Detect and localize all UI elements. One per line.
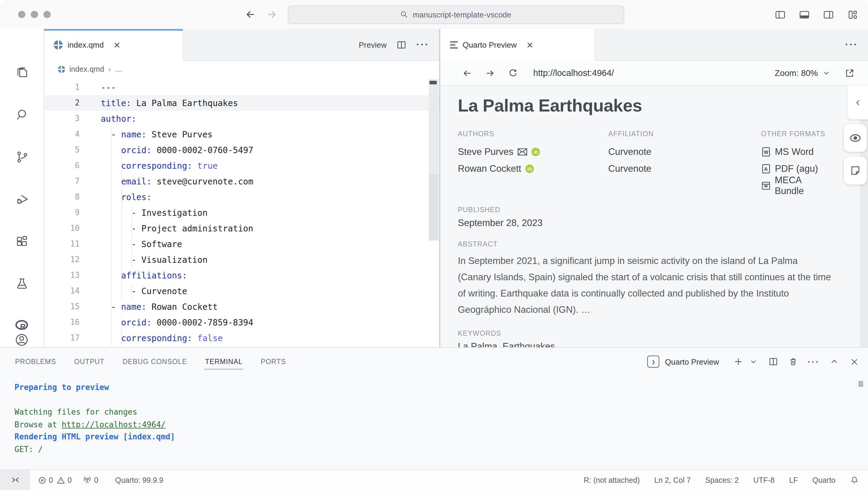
- orcid-icon[interactable]: iD: [525, 165, 534, 173]
- testing-icon[interactable]: [14, 276, 29, 291]
- code-line[interactable]: 7 email: steve@curvenote.com: [44, 173, 439, 189]
- close-tab-icon[interactable]: ✕: [114, 41, 120, 49]
- code-line[interactable]: 16 orcid: 0000-0002-7859-8394: [44, 315, 439, 330]
- code-line[interactable]: 3author:: [44, 111, 439, 127]
- window-controls[interactable]: [18, 11, 51, 18]
- extensions-icon[interactable]: [14, 234, 29, 248]
- status-item[interactable]: Quarto: [812, 476, 835, 484]
- terminal-scrollbar-thumb[interactable]: [858, 381, 863, 387]
- code-line[interactable]: 1---: [44, 79, 439, 95]
- activity-bar: R: [0, 29, 44, 347]
- zoom-label: Zoom: 80%: [775, 68, 818, 78]
- close-tab-icon[interactable]: ✕: [526, 41, 533, 49]
- editor-more-actions-icon[interactable]: ···: [416, 39, 430, 50]
- terminal-link[interactable]: http://localhost:4964/: [62, 420, 165, 429]
- line-number: 13: [44, 268, 80, 283]
- code-line[interactable]: 15 - name: Rowan Cockett: [44, 299, 439, 315]
- active-tab-indicator: [44, 29, 183, 31]
- minimize-window-button[interactable]: [31, 11, 38, 18]
- r-language-icon[interactable]: R: [14, 318, 29, 333]
- status-item[interactable]: R: (not attached): [584, 476, 640, 484]
- history-back-button[interactable]: [244, 8, 256, 21]
- account-icon[interactable]: [14, 333, 29, 347]
- code-line[interactable]: 6 corresponding: true: [44, 158, 439, 173]
- status-warning[interactable]: 0: [57, 476, 72, 484]
- code-line[interactable]: 17 corresponding: false: [44, 330, 439, 346]
- eye-icon: [849, 131, 862, 145]
- code-line[interactable]: 12 - Visualization: [44, 252, 439, 268]
- format-link[interactable]: WMS Word: [761, 143, 832, 160]
- terminal-dropdown-icon[interactable]: [748, 356, 759, 367]
- code-editor[interactable]: 1---2title: La Palma Earthquakes3author:…: [44, 78, 439, 347]
- code-line[interactable]: 5 orcid: 0000-0002-0760-5497: [44, 142, 439, 158]
- tab-index-qmd[interactable]: index.qmd ✕: [44, 29, 183, 61]
- collapse-sidebar-button[interactable]: [847, 86, 868, 119]
- code-line[interactable]: 14 - Curvenote: [44, 283, 439, 299]
- code-line[interactable]: 4 - name: Steve Purves: [44, 127, 439, 142]
- tab-quarto-preview[interactable]: Quarto Preview ✕: [440, 29, 595, 61]
- code-line[interactable]: 8 roles:: [44, 189, 439, 205]
- toggle-primary-sidebar-icon[interactable]: [775, 9, 786, 20]
- panel-tab-output[interactable]: OUTPUT: [73, 354, 105, 369]
- editor-scrollbar[interactable]: [429, 78, 439, 347]
- code-line[interactable]: 9 - Investigation: [44, 205, 439, 221]
- panel-more-actions-icon[interactable]: ···: [808, 357, 820, 366]
- code-line[interactable]: 10 - Project administration: [44, 221, 439, 236]
- panel-tab-terminal[interactable]: TERMINAL: [205, 354, 243, 369]
- toggle-secondary-sidebar-icon[interactable]: [823, 9, 834, 20]
- status-item[interactable]: Ln 2, Col 7: [654, 476, 691, 484]
- code-line[interactable]: 2title: La Palma Earthquakes: [44, 95, 439, 111]
- search-sidebar-icon[interactable]: [14, 107, 29, 122]
- preview-more-actions-icon[interactable]: ···: [845, 39, 858, 50]
- breadcrumb-more[interactable]: …: [115, 65, 122, 73]
- command-center-search[interactable]: manuscript-template-vscode: [287, 5, 624, 24]
- maximize-window-button[interactable]: [43, 11, 51, 18]
- orcid-icon[interactable]: iD: [531, 148, 540, 156]
- code-line[interactable]: 13 affiliations:: [44, 268, 439, 283]
- close-window-button[interactable]: [18, 11, 25, 18]
- split-terminal-icon[interactable]: [768, 356, 779, 367]
- formats-list: WMS WordAPDF (agu)MECA Bundle: [761, 143, 832, 194]
- preview-zoom-control[interactable]: Zoom: 80%: [775, 68, 830, 78]
- breadcrumb[interactable]: index.qmd › …: [44, 61, 439, 78]
- close-panel-icon[interactable]: [849, 356, 860, 367]
- history-forward-button[interactable]: [266, 8, 278, 21]
- preview-forward-icon[interactable]: [484, 67, 496, 79]
- panel-tab-ports[interactable]: PORTS: [260, 354, 286, 369]
- preview-url[interactable]: http://localhost:4964/: [533, 68, 614, 78]
- kill-terminal-icon[interactable]: [788, 356, 799, 367]
- open-external-icon[interactable]: [844, 68, 855, 78]
- notifications-bell-icon[interactable]: [850, 476, 859, 485]
- terminal-selector[interactable]: ❯ Quarto Preview: [648, 356, 719, 368]
- status-item[interactable]: Spaces: 2: [705, 476, 739, 484]
- email-icon: [518, 148, 527, 156]
- explorer-icon[interactable]: [14, 65, 29, 79]
- code-line[interactable]: 11 - Software: [44, 236, 439, 252]
- maximize-panel-icon[interactable]: [829, 356, 840, 367]
- toggle-panel-icon[interactable]: [799, 9, 810, 20]
- terminal-line: Preparing to preview: [14, 382, 868, 394]
- run-debug-icon[interactable]: [14, 192, 29, 206]
- panel-tab-problems[interactable]: PROBLEMS: [14, 354, 57, 369]
- terminal-output[interactable]: Preparing to preview Watching files for …: [0, 375, 868, 469]
- preview-content[interactable]: La Palma Earthquakes AUTHORS Steve Purve…: [440, 86, 868, 347]
- editor-pane: index.qmd ✕ Preview ··· index.qmd › … 1: [44, 29, 439, 347]
- preview-reload-icon[interactable]: [507, 67, 519, 79]
- status-error[interactable]: 0: [38, 476, 53, 484]
- status-broadcast[interactable]: 0: [83, 476, 98, 485]
- customize-layout-icon[interactable]: [847, 9, 858, 20]
- remote-indicator[interactable]: [0, 470, 30, 490]
- source-control-icon[interactable]: [14, 150, 29, 164]
- format-link[interactable]: MECA Bundle: [761, 177, 832, 194]
- status-item[interactable]: LF: [789, 476, 798, 484]
- notes-button[interactable]: [844, 157, 867, 185]
- toggle-visibility-button[interactable]: [844, 124, 867, 152]
- breadcrumb-file[interactable]: index.qmd: [69, 65, 104, 73]
- new-terminal-icon[interactable]: [733, 356, 744, 367]
- panel-tab-debug-console[interactable]: DEBUG CONSOLE: [122, 354, 188, 369]
- preview-action-button[interactable]: Preview: [359, 40, 387, 49]
- split-editor-icon[interactable]: [396, 39, 407, 50]
- status-quarto-version[interactable]: Quarto: 99.9.9: [115, 476, 163, 484]
- preview-back-icon[interactable]: [461, 67, 473, 79]
- status-item[interactable]: UTF-8: [753, 476, 775, 484]
